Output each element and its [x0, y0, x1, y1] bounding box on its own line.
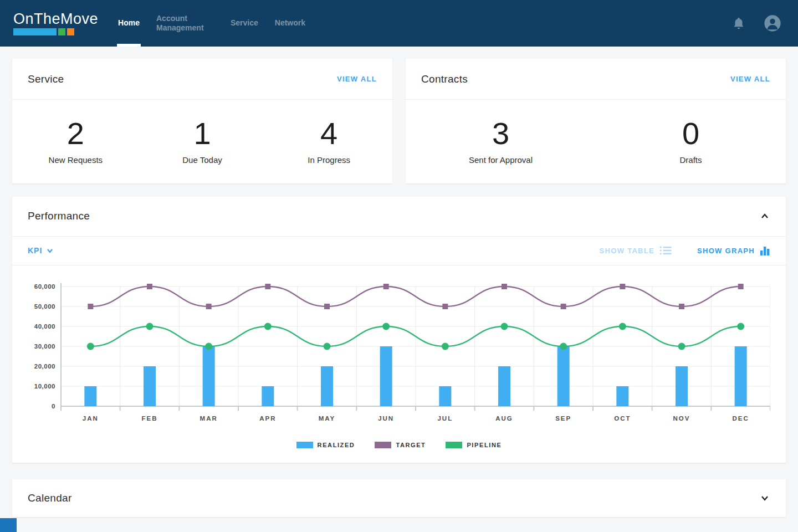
performance-card-title: Performance [28, 210, 90, 222]
svg-text:MAR: MAR [200, 415, 218, 422]
show-table-button[interactable]: SHOW TABLE [600, 245, 672, 255]
legend-label: TARGET [396, 442, 426, 448]
svg-text:DEC: DEC [733, 415, 749, 422]
stat-drafts: 0 Drafts [596, 116, 786, 165]
footer-accent [0, 518, 17, 532]
bell-icon[interactable] [732, 16, 746, 30]
svg-text:60,000: 60,000 [34, 283, 55, 290]
contracts-card: Contracts VIEW ALL 3 Sent for Approval 0… [406, 59, 786, 183]
contracts-card-title: Contracts [421, 73, 468, 85]
svg-text:JUN: JUN [378, 415, 394, 422]
legend-item: PIPELINE [446, 442, 502, 448]
kpi-dropdown-label: KPI [28, 246, 42, 255]
svg-text:APR: APR [259, 415, 276, 422]
svg-text:SEP: SEP [555, 415, 571, 422]
chart-legend: REALIZEDTARGETPIPELINE [28, 442, 770, 448]
stat-sent-for-approval: 3 Sent for Approval [406, 116, 596, 165]
main-content: Service VIEW ALL 2 New Requests 1 Due To… [0, 47, 798, 529]
top-navbar: OnTheMove Home Account Management Servic… [0, 0, 798, 47]
svg-text:FEB: FEB [142, 415, 158, 422]
stat-new-requests: 2 New Requests [12, 116, 139, 165]
kpi-dropdown[interactable]: KPI [28, 246, 54, 255]
svg-text:50,000: 50,000 [34, 303, 55, 310]
service-view-all-link[interactable]: VIEW ALL [337, 75, 377, 83]
legend-swatch [375, 442, 391, 448]
logo-bar-green [58, 28, 65, 35]
performance-chart-area: 010,00020,00030,00040,00050,00060,000JAN… [12, 265, 786, 463]
app-logo: OnTheMove [13, 0, 98, 47]
legend-item: TARGET [375, 442, 426, 448]
svg-text:30,000: 30,000 [34, 343, 55, 350]
show-graph-label: SHOW GRAPH [697, 247, 755, 255]
svg-text:10,000: 10,000 [34, 383, 55, 390]
performance-chart: 010,00020,00030,00040,00050,00060,000JAN… [28, 279, 770, 437]
contracts-view-all-link[interactable]: VIEW ALL [730, 75, 770, 83]
legend-label: PIPELINE [467, 442, 502, 448]
stat-due-today-value: 1 [139, 116, 266, 151]
stat-due-today: 1 Due Today [139, 116, 266, 165]
svg-text:40,000: 40,000 [34, 323, 55, 330]
stat-due-today-label: Due Today [139, 155, 266, 165]
app-logo-text: OnTheMove [13, 11, 98, 28]
nav-item-account-management[interactable]: Account Management [155, 0, 215, 47]
service-card: Service VIEW ALL 2 New Requests 1 Due To… [12, 59, 392, 183]
logo-bar-blue [13, 28, 57, 35]
nav-item-home-label: Home [118, 18, 140, 28]
logo-bar-orange [67, 28, 74, 35]
chevron-up-icon[interactable] [759, 211, 770, 222]
svg-text:0: 0 [52, 403, 55, 410]
app-logo-colorbar [13, 28, 98, 35]
svg-text:JAN: JAN [83, 415, 99, 422]
bar-chart-icon [760, 245, 770, 256]
performance-card: Performance KPI SHOW TABLE [12, 197, 786, 463]
svg-text:OCT: OCT [614, 415, 631, 422]
nav-item-network[interactable]: Network [274, 0, 306, 47]
stat-new-requests-value: 2 [12, 116, 139, 151]
stat-in-progress-label: In Progress [265, 155, 392, 165]
svg-text:NOV: NOV [673, 415, 690, 422]
nav-item-home[interactable]: Home [117, 0, 141, 47]
svg-text:MAY: MAY [319, 415, 336, 422]
stat-new-requests-label: New Requests [12, 155, 139, 165]
legend-item: REALIZED [296, 442, 355, 448]
stat-in-progress-value: 4 [265, 116, 392, 151]
chevron-down-icon [46, 247, 54, 254]
show-graph-button[interactable]: SHOW GRAPH [697, 245, 770, 256]
stat-drafts-label: Drafts [596, 155, 786, 165]
calendar-card[interactable]: Calendar [12, 479, 786, 517]
stat-sent-for-approval-value: 3 [406, 116, 596, 151]
legend-swatch [446, 442, 462, 448]
show-table-label: SHOW TABLE [600, 247, 654, 255]
chevron-down-icon[interactable] [759, 493, 770, 504]
list-icon [659, 245, 672, 255]
nav-item-service[interactable]: Service [229, 0, 259, 47]
svg-text:AUG: AUG [495, 415, 513, 422]
stat-in-progress: 4 In Progress [265, 116, 392, 165]
main-nav: Home Account Management Service Network [117, 0, 306, 47]
nav-item-network-label: Network [275, 18, 305, 28]
svg-text:20,000: 20,000 [34, 363, 55, 370]
stat-sent-for-approval-label: Sent for Approval [406, 155, 596, 165]
service-card-title: Service [28, 73, 64, 85]
calendar-card-title: Calendar [28, 492, 72, 504]
nav-item-account-management-label: Account Management [156, 14, 214, 33]
stat-drafts-value: 0 [596, 116, 786, 151]
legend-swatch [296, 442, 313, 448]
svg-text:JUL: JUL [437, 415, 453, 422]
legend-label: REALIZED [318, 442, 355, 448]
profile-avatar-icon[interactable] [764, 14, 781, 32]
nav-item-service-label: Service [231, 18, 258, 28]
